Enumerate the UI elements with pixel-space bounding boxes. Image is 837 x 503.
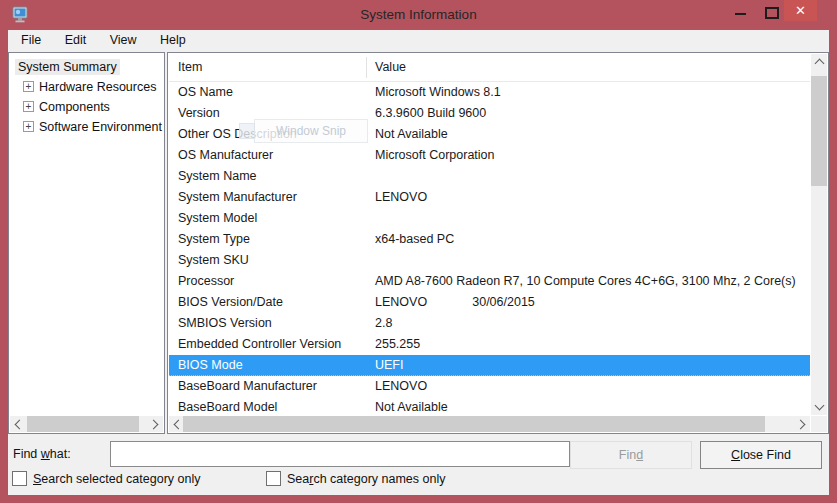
- row-item-cell: System Name: [178, 166, 257, 187]
- find-what-label: Find what:: [13, 447, 71, 461]
- tree-horizontal-scrollbar[interactable]: [10, 416, 163, 432]
- scroll-right-icon[interactable]: [147, 416, 163, 432]
- column-header-item: Item: [178, 54, 202, 81]
- category-tree: System Summary Hardware Resources Compon…: [12, 57, 163, 137]
- minimize-button[interactable]: [726, 0, 756, 21]
- find-options-row: Search selected category only Search cat…: [8, 471, 829, 489]
- expand-plus-icon[interactable]: [23, 81, 34, 92]
- row-value-cell: 6.3.9600 Build 9600: [375, 103, 486, 124]
- row-value-cell: Microsoft Windows 8.1: [375, 82, 501, 103]
- window-title: System Information: [0, 0, 837, 30]
- scrollbar-corner: [811, 416, 827, 432]
- find-button[interactable]: Find: [570, 441, 692, 469]
- scroll-down-icon[interactable]: [811, 399, 827, 415]
- row-item-cell: System Type: [178, 229, 250, 250]
- row-value-cell: Microsoft Corporation: [375, 145, 495, 166]
- find-input[interactable]: [110, 441, 570, 467]
- checkbox-icon[interactable]: [266, 471, 281, 486]
- detail-pane: Item Value OS Name Microsoft Windows 8.1…: [167, 52, 829, 434]
- row-item-cell: BIOS Mode: [178, 355, 243, 376]
- table-row[interactable]: BaseBoard Model Not Available: [169, 397, 810, 418]
- tree-item-label: Software Environment: [39, 120, 162, 134]
- column-divider[interactable]: [366, 57, 367, 78]
- menu-bar: File Edit View Help: [8, 30, 829, 52]
- table-row[interactable]: BaseBoard Manufacturer LENOVO: [169, 376, 810, 397]
- table-row[interactable]: OS Name Microsoft Windows 8.1: [169, 82, 810, 103]
- row-item-cell: System SKU: [178, 250, 249, 271]
- column-header-value: Value: [375, 54, 406, 81]
- close-find-button[interactable]: Close Find: [700, 441, 822, 469]
- row-item-cell: Version: [178, 103, 220, 124]
- title-bar: System Information ✕: [0, 0, 837, 30]
- row-item-cell: BIOS Version/Date: [178, 292, 283, 313]
- scrollbar-thumb[interactable]: [811, 76, 827, 186]
- table-row[interactable]: System Name: [169, 166, 810, 187]
- tree-item-system-summary[interactable]: System Summary: [12, 57, 163, 77]
- search-selected-category-checkbox[interactable]: Search selected category only: [12, 471, 200, 486]
- scroll-up-icon[interactable]: [811, 54, 827, 70]
- row-value-cell: LENOVO: [375, 376, 427, 397]
- close-icon: ✕: [784, 0, 817, 21]
- table-row[interactable]: Processor AMD A8-7600 Radeon R7, 10 Comp…: [169, 271, 810, 292]
- table-row[interactable]: BIOS Version/Date LENOVO 30/06/2015: [169, 292, 810, 313]
- category-tree-pane: System Summary Hardware Resources Compon…: [8, 52, 165, 434]
- table-row[interactable]: SMBIOS Version 2.8: [169, 313, 810, 334]
- tree-item-label: Components: [39, 100, 110, 114]
- row-item-cell: SMBIOS Version: [178, 313, 272, 334]
- minimize-icon: [735, 13, 746, 15]
- maximize-button[interactable]: [756, 0, 786, 21]
- row-value-cell: UEFI: [375, 355, 403, 376]
- row-value-cell: LENOVO: [375, 187, 427, 208]
- table-row[interactable]: BIOS Mode UEFI: [169, 355, 810, 376]
- snip-icon: [239, 123, 255, 139]
- expand-plus-icon[interactable]: [23, 101, 34, 112]
- menu-view[interactable]: View: [100, 30, 147, 52]
- detail-horizontal-scrollbar[interactable]: [169, 416, 810, 432]
- row-item-cell: Embedded Controller Version: [178, 334, 341, 355]
- scrollbar-thumb[interactable]: [27, 416, 139, 432]
- scroll-right-icon[interactable]: [794, 416, 810, 432]
- row-value-cell: x64-based PC: [375, 229, 454, 250]
- menu-edit[interactable]: Edit: [55, 30, 97, 52]
- row-value-cell: 2.8: [375, 313, 392, 334]
- row-item-cell: OS Manufacturer: [178, 145, 273, 166]
- expand-plus-icon[interactable]: [23, 121, 34, 132]
- tree-item-label: System Summary: [15, 59, 120, 75]
- row-value-cell: AMD A8-7600 Radeon R7, 10 Compute Cores …: [375, 271, 796, 292]
- row-item-cell: System Model: [178, 208, 257, 229]
- row-item-cell: BaseBoard Model: [178, 397, 277, 418]
- checkbox-icon[interactable]: [12, 471, 27, 486]
- table-row[interactable]: System Manufacturer LENOVO: [169, 187, 810, 208]
- row-item-cell: BaseBoard Manufacturer: [178, 376, 317, 397]
- close-button[interactable]: ✕: [784, 0, 817, 21]
- scrollbar-thumb[interactable]: [183, 416, 765, 432]
- table-row[interactable]: OS Manufacturer Microsoft Corporation: [169, 145, 810, 166]
- window-content: File Edit View Help System Summary Hardw…: [8, 30, 829, 495]
- row-value-cell: Not Available: [375, 397, 448, 418]
- tree-item-software-environment[interactable]: Software Environment: [12, 117, 163, 137]
- search-category-names-checkbox[interactable]: Search category names only: [266, 471, 445, 486]
- tree-item-hardware-resources[interactable]: Hardware Resources: [12, 77, 163, 97]
- tree-item-components[interactable]: Components: [12, 97, 163, 117]
- tree-item-label: Hardware Resources: [39, 80, 156, 94]
- row-value-cell: 255.255: [375, 334, 420, 355]
- row-item-cell: System Manufacturer: [178, 187, 297, 208]
- menu-file[interactable]: File: [11, 30, 51, 52]
- row-item-cell: Processor: [178, 271, 234, 292]
- row-value-cell: LENOVO 30/06/2015: [375, 292, 535, 313]
- row-value-cell: Not Available: [375, 124, 448, 145]
- table-row[interactable]: System SKU: [169, 250, 810, 271]
- row-item-cell: OS Name: [178, 82, 233, 103]
- table-row[interactable]: System Model: [169, 208, 810, 229]
- snip-tooltip-label: Window Snip: [276, 124, 346, 138]
- table-row[interactable]: Embedded Controller Version 255.255: [169, 334, 810, 355]
- table-header: Item Value: [169, 54, 810, 82]
- detail-vertical-scrollbar[interactable]: [811, 54, 827, 415]
- window-snip-tooltip: Window Snip: [254, 119, 368, 143]
- system-information-window: System Information ✕ File Edit View Help…: [0, 0, 837, 503]
- maximize-icon: [765, 7, 779, 19]
- table-row[interactable]: System Type x64-based PC: [169, 229, 810, 250]
- menu-help[interactable]: Help: [150, 30, 196, 52]
- scroll-left-icon[interactable]: [10, 416, 26, 432]
